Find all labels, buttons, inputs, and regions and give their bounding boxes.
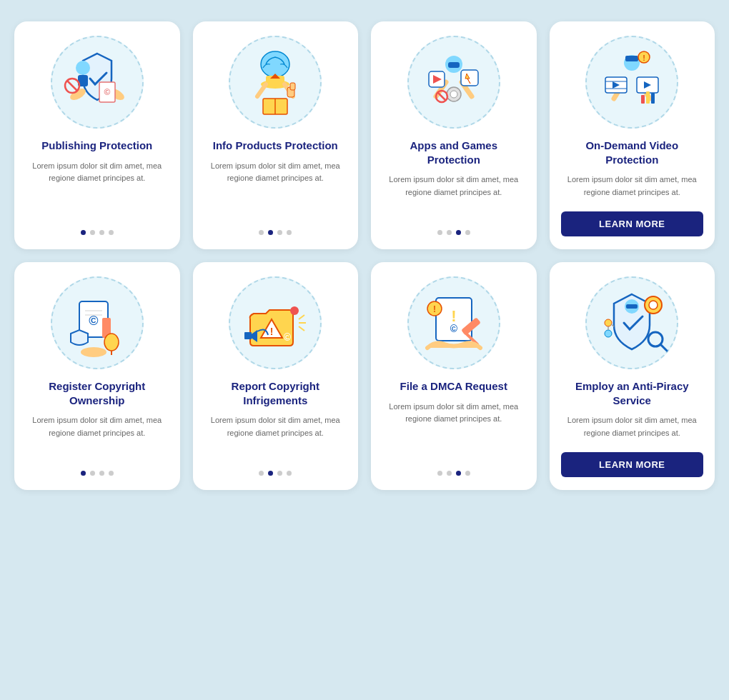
- svg-point-75: [605, 319, 612, 326]
- dot-4: [287, 471, 292, 476]
- dots-apps: [437, 230, 470, 235]
- dot-2: [268, 230, 273, 235]
- dot-3: [99, 471, 104, 476]
- dot-2: [90, 230, 95, 235]
- dot-1: [437, 230, 442, 235]
- svg-point-76: [605, 330, 612, 337]
- illustration-publishing: ©: [51, 36, 144, 129]
- card-title-info: Info Products Protection: [213, 139, 338, 153]
- learn-more-button-video[interactable]: LEARN MORE: [561, 211, 704, 236]
- svg-rect-17: [290, 83, 295, 90]
- svg-text:!: !: [433, 304, 436, 314]
- card-desc-dmca: Lorem ipsum dolor sit dim amet, mea regi…: [382, 401, 525, 461]
- svg-rect-19: [448, 62, 460, 68]
- top-row: © Publishing Protection Lorem ipsum dolo…: [14, 21, 715, 249]
- svg-point-50: [104, 334, 119, 351]
- card-title-apps: Apps and Games Protection: [382, 139, 525, 166]
- illustration-info: [229, 36, 322, 129]
- dot-3: [99, 230, 104, 235]
- svg-point-72: [649, 301, 658, 309]
- svg-text:©: ©: [284, 331, 292, 343]
- svg-text:!: !: [270, 326, 274, 337]
- svg-rect-44: [651, 93, 655, 104]
- card-title-register: Register Copyright Ownership: [26, 379, 169, 407]
- card-desc-publishing: Lorem ipsum dolor sit dim amet, mea regi…: [26, 160, 169, 221]
- card-publishing-protection: © Publishing Protection Lorem ipsum dolo…: [14, 21, 180, 249]
- dots-register: [81, 471, 114, 476]
- svg-text:©: ©: [104, 87, 110, 97]
- card-desc-register: Lorem ipsum dolor sit dim amet, mea regi…: [26, 414, 169, 461]
- dot-3: [456, 230, 461, 235]
- card-desc-report: Lorem ipsum dolor sit dim amet, mea regi…: [204, 414, 347, 461]
- card-anti-piracy: Employ an Anti-Piracy Service Lorem ipsu…: [550, 262, 715, 490]
- card-apps-games: Apps and Games Protection Lorem ipsum do…: [371, 21, 537, 249]
- dot-4: [465, 230, 470, 235]
- illustration-dmca: ! © !: [407, 276, 500, 369]
- card-title-publishing: Publishing Protection: [41, 139, 152, 153]
- learn-more-button-antipiracy[interactable]: LEARN MORE: [561, 452, 704, 477]
- card-desc-apps: Lorem ipsum dolor sit dim amet, mea regi…: [382, 174, 525, 220]
- dot-1: [437, 471, 442, 476]
- dot-4: [109, 230, 114, 235]
- card-title-antipiracy: Employ an Anti-Piracy Service: [561, 379, 704, 407]
- card-desc-info: Lorem ipsum dolor sit dim amet, mea regi…: [204, 160, 347, 221]
- dot-2: [447, 471, 452, 476]
- svg-rect-58: [244, 332, 252, 339]
- svg-rect-70: [626, 304, 638, 309]
- dots-report: [259, 471, 292, 476]
- svg-line-7: [67, 81, 77, 91]
- dot-3: [456, 471, 461, 476]
- svg-rect-43: [646, 91, 650, 104]
- card-desc-antipiracy: Lorem ipsum dolor sit dim amet, mea regi…: [561, 414, 704, 439]
- dots-dmca: [437, 471, 470, 476]
- svg-point-52: [81, 347, 106, 357]
- svg-line-74: [660, 344, 667, 351]
- card-title-dmca: File a DMCA Request: [400, 379, 507, 394]
- card-register-copyright: © Register Copyright Ownership Lorem ips…: [14, 262, 180, 490]
- illustration-apps: [407, 36, 500, 129]
- svg-rect-42: [641, 95, 645, 104]
- dot-1: [81, 471, 86, 476]
- svg-text:©: ©: [89, 314, 98, 328]
- dot-2: [268, 471, 273, 476]
- svg-text:!: !: [643, 54, 645, 62]
- svg-line-12: [257, 84, 266, 96]
- dot-4: [465, 471, 470, 476]
- dot-2: [90, 471, 95, 476]
- dot-1: [81, 230, 86, 235]
- svg-line-59: [299, 315, 304, 319]
- card-desc-video: Lorem ipsum dolor sit dim amet, mea regi…: [561, 174, 704, 199]
- svg-point-56: [290, 306, 299, 315]
- dot-1: [259, 230, 264, 235]
- svg-rect-31: [625, 56, 638, 61]
- dots-publishing: [81, 230, 114, 235]
- dots-info: [259, 230, 292, 235]
- dot-3: [277, 471, 282, 476]
- card-title-video: On-Demand Video Protection: [561, 139, 704, 166]
- dot-3: [277, 230, 282, 235]
- card-title-report: Report Copyright Infrigements: [204, 379, 347, 407]
- svg-point-27: [450, 91, 457, 98]
- card-report-copyright: ! © Report Copyright Infrigements Lorem …: [193, 262, 359, 490]
- illustration-antipiracy: [585, 276, 678, 369]
- dot-1: [259, 471, 264, 476]
- dot-4: [287, 230, 292, 235]
- card-dmca: ! © ! File a DMCA Request Lorem ipsum do…: [371, 262, 537, 490]
- card-info-products: Info Products Protection Lorem ipsum dol…: [193, 21, 359, 249]
- svg-point-4: [76, 61, 90, 75]
- svg-text:©: ©: [450, 323, 458, 334]
- svg-point-8: [261, 51, 289, 77]
- illustration-video: !: [585, 36, 678, 129]
- illustration-report: ! ©: [229, 276, 322, 369]
- svg-line-61: [299, 326, 304, 331]
- bottom-row: © Register Copyright Ownership Lorem ips…: [14, 262, 715, 490]
- dot-4: [109, 471, 114, 476]
- card-video-protection: ! On-Demand Video Protection Lorem i: [550, 21, 715, 249]
- illustration-register: ©: [51, 276, 144, 369]
- dot-2: [447, 230, 452, 235]
